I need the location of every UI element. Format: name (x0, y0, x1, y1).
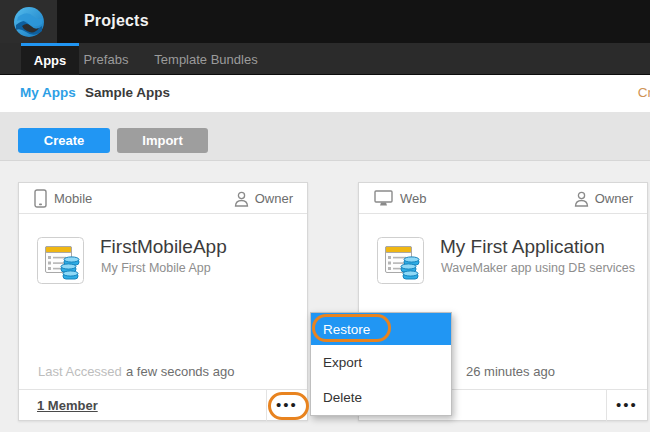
platform-indicator: Web (374, 183, 427, 214)
ellipsis-icon: ••• (276, 397, 298, 416)
card-menu-button[interactable]: ••• (606, 390, 647, 422)
tab-template-bundles-label: Template Bundles (154, 52, 257, 67)
ellipsis-icon: ••• (616, 397, 638, 416)
card-menu-button[interactable]: ••• (266, 390, 307, 422)
role-label: Owner (255, 191, 293, 206)
platform-indicator: Mobile (34, 183, 92, 214)
menu-item-export-label: Export (323, 355, 362, 370)
platform-label: Mobile (54, 191, 92, 206)
role-label: Owner (595, 191, 633, 206)
card-footer: 1 Member ••• (19, 389, 307, 421)
wavemaker-logo-button[interactable] (0, 0, 57, 43)
menu-item-delete-label: Delete (323, 390, 362, 405)
card-context-menu: Restore Export Delete (310, 312, 452, 416)
sub-nav: My Apps Sample Apps Cr (0, 75, 650, 112)
menu-item-export[interactable]: Export (311, 345, 451, 380)
last-accessed-value: a few seconds ago (126, 364, 234, 379)
menu-item-restore[interactable]: Restore (311, 313, 451, 345)
last-accessed-value: 26 minutes ago (466, 364, 555, 379)
last-accessed-row: Last Accessed a few seconds ago (19, 364, 307, 380)
app-icon[interactable] (377, 237, 424, 284)
members-link[interactable]: 1 Member (37, 398, 98, 413)
last-accessed-label: Last Accessed (38, 364, 122, 379)
menu-item-delete[interactable]: Delete (311, 380, 451, 415)
tab-apps-label: Apps (34, 53, 67, 68)
user-icon (234, 191, 249, 207)
card-header: Mobile Owner (19, 183, 307, 214)
create-button[interactable]: Create (18, 128, 110, 153)
app-card-mobile: Mobile Owner (18, 182, 308, 421)
monitor-icon (374, 190, 393, 207)
wavemaker-logo-icon (12, 5, 46, 39)
ownership-indicator: Owner (574, 183, 633, 214)
app-name[interactable]: FirstMobileApp (100, 236, 227, 258)
app-description: WaveMaker app using DB services (441, 261, 635, 275)
tab-prefabs-label: Prefabs (84, 52, 129, 67)
import-button[interactable]: Import (117, 128, 208, 153)
main-tab-bar: Apps Prefabs Template Bundles (0, 43, 650, 75)
tab-template-bundles[interactable]: Template Bundles (148, 43, 264, 75)
page-title: Projects (84, 12, 149, 30)
menu-item-restore-label: Restore (323, 322, 370, 337)
card-header: Web Owner (359, 183, 647, 214)
platform-label: Web (400, 191, 427, 206)
user-icon (574, 191, 589, 207)
app-description: My First Mobile App (101, 261, 211, 275)
toolbar: Create Import (0, 112, 650, 161)
tab-apps[interactable]: Apps (21, 43, 79, 75)
ownership-indicator: Owner (234, 183, 293, 214)
app-name[interactable]: My First Application (440, 236, 605, 258)
subnav-sample-apps[interactable]: Sample Apps (85, 85, 170, 100)
tab-prefabs[interactable]: Prefabs (83, 43, 129, 75)
app-header: Projects (0, 0, 650, 43)
subnav-right-partial-link[interactable]: Cr (638, 85, 650, 100)
subnav-my-apps[interactable]: My Apps (20, 85, 76, 100)
phone-icon (34, 189, 47, 208)
app-icon[interactable] (37, 237, 84, 284)
